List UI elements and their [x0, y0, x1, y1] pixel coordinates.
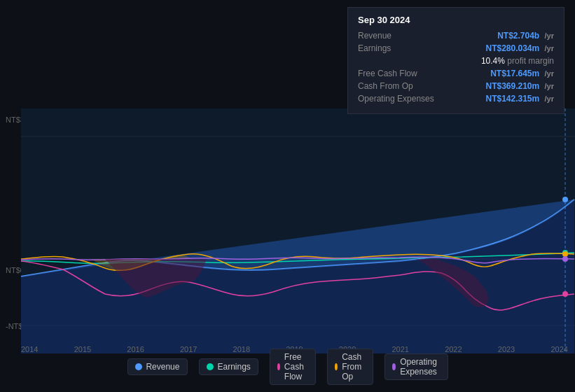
tooltip-label-cfo: Cash From Op — [358, 81, 442, 91]
x-label-2015: 2015 — [74, 345, 91, 354]
tooltip-row-earnings: Earnings NT$280.034m /yr — [358, 43, 554, 53]
tooltip-value-earnings: NT$280.034m /yr — [485, 43, 554, 53]
legend-dot-earnings — [206, 363, 213, 370]
tooltip-row-revenue: Revenue NT$2.704b /yr — [358, 31, 554, 41]
tooltip-profit-margin: 10.4% profit margin — [481, 56, 554, 66]
x-label-2014: 2014 — [21, 345, 38, 354]
legend-item-revenue[interactable]: Revenue — [127, 358, 187, 375]
svg-point-7 — [562, 291, 568, 297]
legend-dot-opex — [392, 363, 396, 370]
tooltip-label-revenue: Revenue — [358, 31, 442, 41]
legend-item-fcf[interactable]: Free Cash Flow — [270, 349, 316, 385]
legend-label-revenue: Revenue — [146, 362, 179, 372]
chart-svg — [0, 108, 575, 354]
legend-label-fcf: Free Cash Flow — [284, 352, 308, 382]
legend-item-cfo[interactable]: Cash From Op — [327, 349, 373, 385]
x-label-2024: 2024 — [550, 345, 567, 354]
tooltip-row-cfo: Cash From Op NT$369.210m /yr — [358, 81, 554, 91]
tooltip-row-fcf: Free Cash Flow NT$17.645m /yr — [358, 69, 554, 78]
x-label-2023: 2023 — [498, 345, 515, 354]
legend-item-opex[interactable]: Operating Expenses — [385, 354, 448, 380]
legend-dot-revenue — [134, 363, 141, 370]
legend-dot-cfo — [335, 363, 338, 370]
tooltip-label-fcf: Free Cash Flow — [358, 69, 442, 78]
tooltip-value-revenue: NT$2.704b /yr — [497, 31, 554, 41]
tooltip-label-opex: Operating Expenses — [358, 94, 442, 104]
tooltip-value-fcf: NT$17.645m /yr — [490, 69, 554, 78]
tooltip-row-opex: Operating Expenses NT$142.315m /yr — [358, 94, 554, 104]
legend-label-earnings: Earnings — [217, 362, 250, 372]
chart-legend: Revenue Earnings Free Cash Flow Cash Fro… — [127, 349, 448, 385]
legend-item-earnings[interactable]: Earnings — [198, 358, 258, 375]
legend-label-cfo: Cash From Op — [342, 352, 366, 382]
legend-label-opex: Operating Expenses — [400, 357, 440, 377]
tooltip-value-opex: NT$142.315m /yr — [485, 94, 554, 104]
svg-point-8 — [562, 251, 568, 257]
data-tooltip: Sep 30 2024 Revenue NT$2.704b /yr Earnin… — [347, 7, 564, 114]
tooltip-date: Sep 30 2024 — [358, 15, 554, 25]
legend-dot-fcf — [277, 363, 280, 370]
tooltip-label-earnings: Earnings — [358, 43, 442, 53]
tooltip-value-cfo: NT$369.210m /yr — [485, 81, 554, 91]
svg-point-9 — [562, 256, 568, 262]
tooltip-row-margin: 10.4% profit margin — [358, 56, 554, 66]
svg-point-5 — [562, 197, 568, 202]
